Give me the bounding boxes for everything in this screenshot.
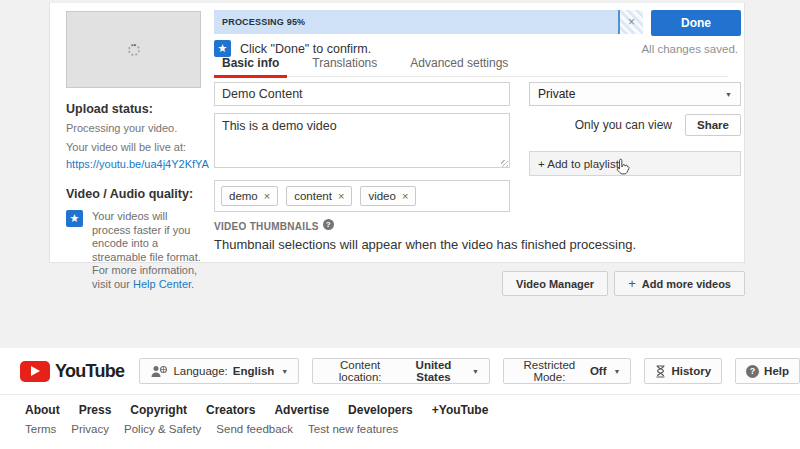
- history-label: History: [671, 365, 711, 377]
- share-row: Only you can view Share: [529, 113, 741, 137]
- share-button[interactable]: Share: [685, 114, 741, 136]
- resize-handle-icon[interactable]: [501, 160, 508, 167]
- progress-remainder: ×: [620, 10, 643, 34]
- footer: YouTube Language: English ▼ Content loca…: [0, 348, 800, 449]
- chevron-down-icon: ▼: [281, 368, 288, 375]
- add-to-playlist-button[interactable]: + Add to playlist: [529, 151, 741, 176]
- youtube-logo[interactable]: YouTube: [20, 361, 124, 382]
- footer-link[interactable]: Advertise: [274, 403, 329, 417]
- location-value: United States: [402, 359, 465, 383]
- history-button[interactable]: History: [644, 358, 722, 384]
- account-globe-icon: [150, 365, 168, 378]
- help-label: Help: [764, 365, 789, 377]
- footer-link[interactable]: +YouTube: [432, 403, 489, 417]
- confirm-message: Click "Done" to confirm.: [240, 42, 371, 56]
- tag-label: content: [294, 190, 332, 202]
- quality-title: Video / Audio quality:: [66, 187, 212, 201]
- add-more-videos-label: Add more videos: [642, 278, 731, 290]
- restricted-label: Restricted Mode:: [514, 359, 585, 383]
- add-more-videos-button[interactable]: + Add more videos: [614, 271, 745, 296]
- footer-divider: [0, 394, 800, 395]
- footer-link[interactable]: Policy & Safety: [124, 423, 201, 435]
- upload-card: Upload status: Processing your video. Yo…: [49, 2, 745, 263]
- footer-link[interactable]: Test new features: [308, 423, 398, 435]
- editor-tabs: Basic info Translations Advanced setting…: [214, 56, 728, 77]
- footer-link[interactable]: About: [25, 403, 60, 417]
- language-label: Language:: [173, 365, 227, 377]
- quality-text: Your videos will process faster if you e…: [92, 210, 208, 291]
- tab-translations[interactable]: Translations: [304, 56, 385, 78]
- progress-label: PROCESSING 95%: [214, 17, 305, 27]
- privacy-value: Private: [538, 87, 575, 101]
- chevron-down-icon: ▼: [472, 368, 479, 375]
- upload-status-sidebar: Upload status: Processing your video. Yo…: [66, 102, 212, 291]
- tag-chip[interactable]: demo ×: [221, 186, 278, 206]
- restricted-value: Off: [590, 365, 607, 377]
- tab-basic-info[interactable]: Basic info: [214, 56, 287, 78]
- tags-input[interactable]: demo × content × video ×: [214, 180, 510, 212]
- processing-progress-bar: PROCESSING 95% ×: [214, 10, 643, 34]
- language-picker[interactable]: Language: English ▼: [139, 358, 299, 384]
- privacy-column: Private ▼ Only you can view Share + Add …: [529, 82, 741, 176]
- upload-status-text: Processing your video.: [66, 122, 212, 135]
- video-thumbnail-placeholder: [66, 11, 201, 88]
- footer-links-primary: About Press Copyright Creators Advertise…: [25, 403, 488, 417]
- language-value: English: [233, 365, 275, 377]
- help-center-link[interactable]: Help Center.: [133, 278, 194, 290]
- location-label: Content location:: [323, 359, 397, 383]
- star-icon: ★: [214, 40, 231, 57]
- autosave-status: All changes saved.: [641, 43, 738, 55]
- live-at-text: Your video will be live at:: [66, 141, 212, 154]
- close-icon[interactable]: ×: [628, 16, 635, 28]
- footer-link[interactable]: Send feedback: [216, 423, 293, 435]
- done-button[interactable]: Done: [651, 10, 741, 36]
- help-button[interactable]: ? Help: [735, 358, 800, 384]
- plus-icon: +: [628, 277, 636, 290]
- remove-tag-icon[interactable]: ×: [402, 191, 408, 202]
- video-manager-label: Video Manager: [516, 278, 594, 290]
- progress-fill: PROCESSING 95%: [214, 10, 620, 34]
- footer-link[interactable]: Copyright: [130, 403, 187, 417]
- add-to-playlist-label: + Add to playlist: [538, 158, 619, 170]
- chevron-down-icon: ▼: [614, 368, 621, 375]
- video-url-link[interactable]: https://youtu.be/ua4j4Y2KfYA: [66, 158, 209, 170]
- footer-link[interactable]: Terms: [25, 423, 56, 435]
- tag-label: demo: [229, 190, 258, 202]
- footer-link[interactable]: Creators: [206, 403, 255, 417]
- video-manager-button[interactable]: Video Manager: [502, 271, 608, 296]
- video-thumbnails-label: VIDEO THUMBNAILS: [214, 221, 319, 232]
- footer-link[interactable]: Press: [79, 403, 112, 417]
- tag-label: video: [368, 190, 396, 202]
- upload-status-title: Upload status:: [66, 102, 212, 116]
- remove-tag-icon[interactable]: ×: [338, 191, 344, 202]
- description-wrap: This is a demo video: [214, 113, 510, 172]
- footer-link[interactable]: Privacy: [71, 423, 109, 435]
- basic-info-form: This is a demo video demo × content × vi…: [214, 82, 510, 212]
- hourglass-icon: [655, 365, 666, 378]
- page-actions: Video Manager + Add more videos: [502, 271, 745, 296]
- star-icon: ★: [66, 210, 83, 227]
- youtube-play-icon: [20, 361, 50, 382]
- privacy-select[interactable]: Private ▼: [529, 82, 741, 106]
- confirm-row: ★ Click "Done" to confirm.: [214, 40, 371, 57]
- privacy-note: Only you can view: [575, 118, 672, 132]
- restricted-mode-picker[interactable]: Restricted Mode: Off ▼: [503, 358, 632, 384]
- tab-advanced-settings[interactable]: Advanced settings: [402, 56, 516, 78]
- help-question-icon[interactable]: ?: [323, 219, 334, 230]
- video-thumbnails-header: VIDEO THUMBNAILS ?: [214, 221, 334, 232]
- remove-tag-icon[interactable]: ×: [264, 191, 270, 202]
- description-textarea[interactable]: This is a demo video: [214, 113, 510, 168]
- youtube-logo-text: YouTube: [55, 361, 124, 382]
- title-input[interactable]: [214, 82, 510, 106]
- thumbnails-message: Thumbnail selections will appear when th…: [214, 237, 636, 252]
- footer-link[interactable]: Developers: [348, 403, 413, 417]
- tag-chip[interactable]: video ×: [360, 186, 416, 206]
- help-question-icon: ?: [746, 365, 759, 378]
- chevron-down-icon: ▼: [725, 91, 732, 98]
- processing-spinner-icon: [128, 44, 140, 56]
- footer-links-secondary: Terms Privacy Policy & Safety Send feedb…: [25, 423, 398, 435]
- footer-toolbar: YouTube Language: English ▼ Content loca…: [20, 358, 800, 384]
- content-location-picker[interactable]: Content location: United States ▼: [312, 358, 490, 384]
- quality-tip: ★ Your videos will process faster if you…: [66, 210, 212, 291]
- tag-chip[interactable]: content ×: [286, 186, 352, 206]
